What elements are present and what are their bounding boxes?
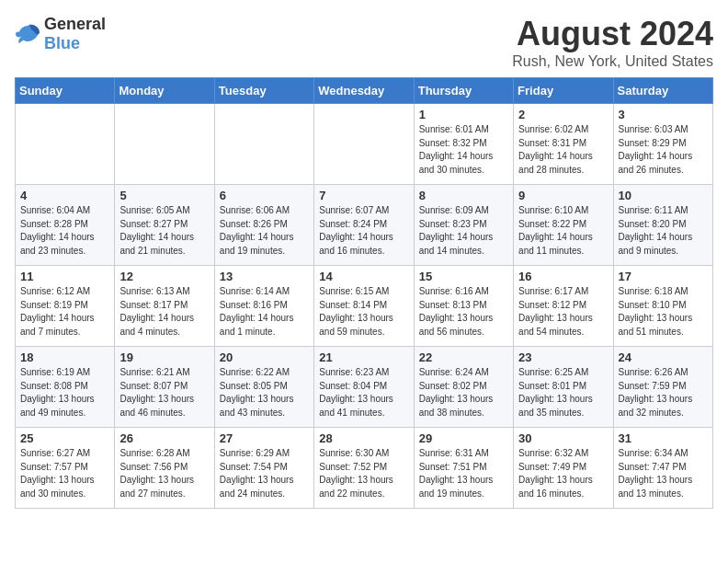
day-number: 31	[619, 431, 708, 445]
cell-w1-d3	[314, 104, 414, 185]
cell-w2-d1: 5 Sunrise: 6:05 AMSunset: 8:27 PMDayligh…	[115, 185, 214, 266]
day-info: Sunrise: 6:17 AMSunset: 8:12 PMDaylight:…	[518, 286, 593, 337]
cell-w2-d5: 9 Sunrise: 6:10 AMSunset: 8:22 PMDayligh…	[514, 185, 613, 266]
day-number: 8	[419, 189, 508, 202]
col-tuesday: Tuesday	[214, 78, 313, 104]
day-info: Sunrise: 6:32 AMSunset: 7:49 PMDaylight:…	[518, 448, 593, 499]
day-number: 7	[319, 189, 408, 202]
week-row-4: 18 Sunrise: 6:19 AMSunset: 8:08 PMDaylig…	[16, 347, 713, 428]
cell-w2-d2: 6 Sunrise: 6:06 AMSunset: 8:26 PMDayligh…	[214, 185, 313, 266]
cell-w1-d6: 3 Sunrise: 6:03 AMSunset: 8:29 PMDayligh…	[613, 104, 712, 185]
day-number: 19	[119, 350, 209, 364]
cell-w5-d1: 26 Sunrise: 6:28 AMSunset: 7:56 PMDaylig…	[115, 428, 214, 509]
day-info: Sunrise: 6:06 AMSunset: 8:26 PMDaylight:…	[220, 205, 294, 256]
col-thursday: Thursday	[414, 78, 513, 104]
cell-w4-d4: 22 Sunrise: 6:24 AMSunset: 8:02 PMDaylig…	[414, 347, 513, 428]
day-info: Sunrise: 6:24 AMSunset: 8:02 PMDaylight:…	[419, 367, 494, 418]
day-number: 23	[518, 350, 608, 364]
cell-w2-d3: 7 Sunrise: 6:07 AMSunset: 8:24 PMDayligh…	[314, 185, 414, 266]
day-info: Sunrise: 6:11 AMSunset: 8:20 PMDaylight:…	[619, 205, 693, 256]
cell-w1-d5: 2 Sunrise: 6:02 AMSunset: 8:31 PMDayligh…	[514, 104, 613, 185]
day-info: Sunrise: 6:27 AMSunset: 7:57 PMDaylight:…	[20, 448, 95, 499]
day-info: Sunrise: 6:05 AMSunset: 8:27 PMDaylight:…	[119, 205, 194, 256]
day-info: Sunrise: 6:29 AMSunset: 7:54 PMDaylight:…	[220, 448, 294, 499]
day-number: 17	[619, 270, 708, 283]
cell-w5-d0: 25 Sunrise: 6:27 AMSunset: 7:57 PMDaylig…	[16, 428, 115, 509]
cell-w3-d0: 11 Sunrise: 6:12 AMSunset: 8:19 PMDaylig…	[16, 266, 115, 347]
day-info: Sunrise: 6:01 AMSunset: 8:32 PMDaylight:…	[419, 124, 494, 175]
cell-w1-d4: 1 Sunrise: 6:01 AMSunset: 8:32 PMDayligh…	[414, 104, 513, 185]
day-info: Sunrise: 6:10 AMSunset: 8:22 PMDaylight:…	[518, 205, 593, 256]
day-number: 24	[619, 350, 708, 364]
day-number: 11	[20, 270, 109, 283]
col-sunday: Sunday	[16, 78, 115, 104]
day-info: Sunrise: 6:25 AMSunset: 8:01 PMDaylight:…	[518, 367, 593, 418]
cell-w5-d2: 27 Sunrise: 6:29 AMSunset: 7:54 PMDaylig…	[214, 428, 313, 509]
day-info: Sunrise: 6:14 AMSunset: 8:16 PMDaylight:…	[220, 286, 294, 337]
day-info: Sunrise: 6:28 AMSunset: 7:56 PMDaylight:…	[119, 448, 194, 499]
cell-w5-d6: 31 Sunrise: 6:34 AMSunset: 7:47 PMDaylig…	[613, 428, 712, 509]
cell-w4-d1: 19 Sunrise: 6:21 AMSunset: 8:07 PMDaylig…	[115, 347, 214, 428]
day-info: Sunrise: 6:22 AMSunset: 8:05 PMDaylight:…	[220, 367, 294, 418]
title-area: August 2024 Rush, New York, United State…	[512, 15, 713, 70]
day-number: 2	[518, 108, 608, 121]
logo: General Blue	[15, 15, 106, 53]
day-info: Sunrise: 6:31 AMSunset: 7:51 PMDaylight:…	[419, 448, 494, 499]
cell-w3-d3: 14 Sunrise: 6:15 AMSunset: 8:14 PMDaylig…	[314, 266, 414, 347]
week-row-5: 25 Sunrise: 6:27 AMSunset: 7:57 PMDaylig…	[16, 428, 713, 509]
day-info: Sunrise: 6:21 AMSunset: 8:07 PMDaylight:…	[119, 367, 194, 418]
day-number: 10	[619, 189, 708, 202]
day-number: 27	[220, 431, 309, 445]
day-info: Sunrise: 6:34 AMSunset: 7:47 PMDaylight:…	[619, 448, 693, 499]
day-number: 26	[119, 431, 209, 445]
cell-w5-d5: 30 Sunrise: 6:32 AMSunset: 7:49 PMDaylig…	[514, 428, 613, 509]
cell-w2-d4: 8 Sunrise: 6:09 AMSunset: 8:23 PMDayligh…	[414, 185, 513, 266]
cell-w1-d0	[16, 104, 115, 185]
logo-icon	[15, 24, 40, 44]
day-info: Sunrise: 6:03 AMSunset: 8:29 PMDaylight:…	[619, 124, 693, 175]
day-number: 14	[319, 270, 408, 283]
day-number: 1	[419, 108, 508, 121]
col-wednesday: Wednesday	[314, 78, 414, 104]
col-saturday: Saturday	[613, 78, 712, 104]
header-row: Sunday Monday Tuesday Wednesday Thursday…	[16, 78, 713, 104]
week-row-2: 4 Sunrise: 6:04 AMSunset: 8:28 PMDayligh…	[16, 185, 713, 266]
day-number: 20	[220, 350, 309, 364]
day-number: 18	[20, 350, 109, 364]
day-info: Sunrise: 6:12 AMSunset: 8:19 PMDaylight:…	[20, 286, 95, 337]
week-row-1: 1 Sunrise: 6:01 AMSunset: 8:32 PMDayligh…	[16, 104, 713, 185]
day-number: 21	[319, 350, 408, 364]
cell-w3-d5: 16 Sunrise: 6:17 AMSunset: 8:12 PMDaylig…	[514, 266, 613, 347]
day-number: 15	[419, 270, 508, 283]
cell-w3-d2: 13 Sunrise: 6:14 AMSunset: 8:16 PMDaylig…	[214, 266, 313, 347]
day-number: 6	[220, 189, 309, 202]
cell-w4-d0: 18 Sunrise: 6:19 AMSunset: 8:08 PMDaylig…	[16, 347, 115, 428]
day-info: Sunrise: 6:13 AMSunset: 8:17 PMDaylight:…	[119, 286, 194, 337]
day-number: 12	[119, 270, 209, 283]
day-number: 3	[619, 108, 708, 121]
day-info: Sunrise: 6:23 AMSunset: 8:04 PMDaylight:…	[319, 367, 393, 418]
day-info: Sunrise: 6:19 AMSunset: 8:08 PMDaylight:…	[20, 367, 95, 418]
page-header: General Blue August 2024 Rush, New York,…	[15, 15, 713, 70]
day-number: 29	[419, 431, 508, 445]
day-info: Sunrise: 6:02 AMSunset: 8:31 PMDaylight:…	[518, 124, 593, 175]
month-title: August 2024	[512, 15, 713, 53]
cell-w4-d2: 20 Sunrise: 6:22 AMSunset: 8:05 PMDaylig…	[214, 347, 313, 428]
cell-w3-d4: 15 Sunrise: 6:16 AMSunset: 8:13 PMDaylig…	[414, 266, 513, 347]
cell-w4-d5: 23 Sunrise: 6:25 AMSunset: 8:01 PMDaylig…	[514, 347, 613, 428]
day-info: Sunrise: 6:30 AMSunset: 7:52 PMDaylight:…	[319, 448, 393, 499]
col-friday: Friday	[514, 78, 613, 104]
location-title: Rush, New York, United States	[512, 53, 713, 70]
day-number: 9	[518, 189, 608, 202]
cell-w3-d1: 12 Sunrise: 6:13 AMSunset: 8:17 PMDaylig…	[115, 266, 214, 347]
day-info: Sunrise: 6:18 AMSunset: 8:10 PMDaylight:…	[619, 286, 693, 337]
day-info: Sunrise: 6:15 AMSunset: 8:14 PMDaylight:…	[319, 286, 393, 337]
day-number: 5	[119, 189, 209, 202]
day-info: Sunrise: 6:16 AMSunset: 8:13 PMDaylight:…	[419, 286, 494, 337]
day-number: 30	[518, 431, 608, 445]
day-info: Sunrise: 6:26 AMSunset: 7:59 PMDaylight:…	[619, 367, 693, 418]
day-info: Sunrise: 6:04 AMSunset: 8:28 PMDaylight:…	[20, 205, 95, 256]
col-monday: Monday	[115, 78, 214, 104]
day-number: 13	[220, 270, 309, 283]
cell-w5-d4: 29 Sunrise: 6:31 AMSunset: 7:51 PMDaylig…	[414, 428, 513, 509]
